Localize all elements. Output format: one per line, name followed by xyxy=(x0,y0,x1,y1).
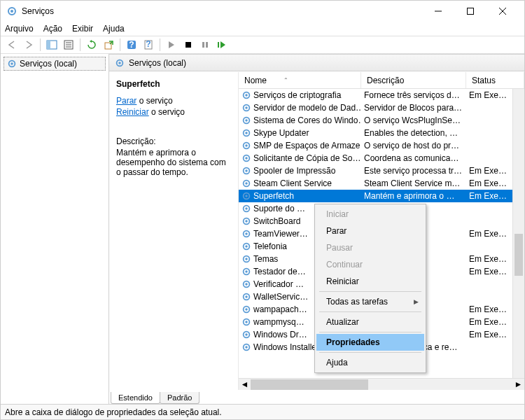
ctx-help[interactable]: Ajuda xyxy=(316,354,424,371)
service-gear-icon xyxy=(241,90,251,100)
restart-link[interactable]: Reiniciar xyxy=(116,107,149,117)
detail-title: Superfetch xyxy=(116,79,231,89)
scroll-right-icon[interactable]: ► xyxy=(512,379,524,390)
service-row[interactable]: Solicitante de Cópia de So…Coordena as c… xyxy=(239,152,524,164)
pause-service-button[interactable] xyxy=(197,37,214,52)
start-service-button[interactable] xyxy=(163,37,180,52)
ctx-separator xyxy=(319,352,421,353)
scrollbar-thumb[interactable] xyxy=(514,234,523,276)
ctx-continue[interactable]: Continuar xyxy=(316,256,424,273)
svg-point-50 xyxy=(245,245,248,248)
service-gear-icon xyxy=(241,267,251,276)
detail-pane: Superfetch Parar o serviço Reiniciar o s… xyxy=(109,72,239,390)
minimize-button[interactable] xyxy=(422,1,454,22)
detail-restart-line: Reiniciar o serviço xyxy=(116,107,231,117)
ctx-refresh[interactable]: Atualizar xyxy=(316,314,424,330)
services-icon xyxy=(7,59,17,69)
horizontal-scrollbar[interactable]: ◄ ► xyxy=(239,378,524,390)
column-status[interactable]: Status xyxy=(466,72,524,88)
svg-point-24 xyxy=(118,62,121,64)
list-header: Nome⌃ Descrição Status xyxy=(239,72,524,89)
service-row[interactable]: Steam Client ServiceSteam Client Service… xyxy=(239,177,524,190)
help-button[interactable]: ? xyxy=(123,37,140,52)
refresh-button[interactable] xyxy=(83,37,100,52)
help-topics-button[interactable]: ? xyxy=(140,37,157,52)
menu-help[interactable]: Ajuda xyxy=(103,24,125,34)
ctx-separator xyxy=(319,312,421,312)
service-gear-icon xyxy=(241,103,251,113)
main-body: Serviços (local) Serviços (local) Superf… xyxy=(1,54,524,404)
restart-service-button[interactable] xyxy=(214,37,230,52)
detail-desc-text: Mantém e aprimora o desempenho do sistem… xyxy=(116,148,231,177)
ctx-pause[interactable]: Pausar xyxy=(316,239,424,256)
service-gear-icon xyxy=(241,141,251,150)
service-row[interactable]: Servidor de modelo de Dad…Servidor de Bl… xyxy=(239,102,524,114)
service-name-cell: SMP de Espaços de Armaze… xyxy=(239,141,361,150)
svg-point-1 xyxy=(10,10,13,13)
toolbar-separator xyxy=(160,38,160,51)
service-name-cell: Skype Updater xyxy=(239,128,361,138)
stop-service-button[interactable] xyxy=(180,37,197,52)
svg-point-32 xyxy=(245,132,248,134)
service-row[interactable]: SMP de Espaços de Armaze…O serviço de ho… xyxy=(239,139,524,152)
tree-pane: Serviços (local) xyxy=(1,54,109,404)
service-row[interactable]: Spooler de ImpressãoEste serviço process… xyxy=(239,164,524,177)
svg-point-66 xyxy=(245,346,248,349)
svg-rect-18 xyxy=(202,42,204,48)
vertical-scrollbar[interactable] xyxy=(512,89,524,378)
show-hide-pane-button[interactable] xyxy=(43,37,60,52)
tree-root-services[interactable]: Serviços (local) xyxy=(4,57,106,71)
svg-point-64 xyxy=(245,333,248,336)
forward-button[interactable] xyxy=(20,37,37,52)
svg-point-36 xyxy=(245,157,248,160)
svg-rect-3 xyxy=(468,8,474,15)
service-row[interactable]: SuperfetchMantém e aprimora o …Em Exe… xyxy=(239,190,524,202)
toolbar-separator xyxy=(40,38,41,51)
back-button[interactable] xyxy=(4,37,20,52)
scrollbar-thumb[interactable] xyxy=(251,379,368,390)
service-name-cell: Solicitante de Cópia de So… xyxy=(239,153,361,163)
svg-point-22 xyxy=(10,62,13,65)
pane-header-label: Serviços (local) xyxy=(129,58,186,68)
column-name[interactable]: Nome⌃ xyxy=(239,72,361,88)
service-gear-icon xyxy=(241,178,251,188)
properties-button[interactable] xyxy=(60,37,77,52)
tab-extended[interactable]: Estendido xyxy=(111,392,160,404)
menu-action[interactable]: Ação xyxy=(43,24,62,34)
menu-file[interactable]: Arquivo xyxy=(5,24,34,34)
service-gear-icon xyxy=(241,204,251,214)
service-row[interactable]: Sistema de Cores do Windo…O serviço WcsP… xyxy=(239,114,524,127)
service-row[interactable]: Skype UpdaterEnables the detection, … xyxy=(239,127,524,139)
menubar: Arquivo Ação Exibir Ajuda xyxy=(1,22,524,36)
column-description[interactable]: Descrição xyxy=(361,72,466,88)
svg-point-54 xyxy=(245,270,248,273)
statusbar-text: Abre a caixa de diálogo de propriedades … xyxy=(5,407,222,417)
svg-rect-17 xyxy=(186,42,191,48)
tab-standard[interactable]: Padrão xyxy=(160,392,200,404)
ctx-all-tasks[interactable]: Todas as tarefas▶ xyxy=(316,293,424,310)
service-row[interactable]: Serviços de criptografiaFornece três ser… xyxy=(239,89,524,102)
close-button[interactable] xyxy=(486,1,519,22)
ctx-separator xyxy=(319,332,421,332)
stop-suffix: o serviço xyxy=(136,96,172,106)
menu-view[interactable]: Exibir xyxy=(72,24,93,34)
ctx-restart[interactable]: Reiniciar xyxy=(316,273,424,290)
svg-point-62 xyxy=(245,321,248,323)
scroll-left-icon[interactable]: ◄ xyxy=(239,379,251,390)
services-icon xyxy=(6,6,18,17)
ctx-start[interactable]: Iniciar xyxy=(316,206,424,223)
export-button[interactable] xyxy=(100,37,117,52)
service-gear-icon xyxy=(241,166,251,176)
service-desc-cell: Enables the detection, … xyxy=(361,128,466,138)
svg-rect-19 xyxy=(206,42,208,48)
toolbar-separator xyxy=(80,38,80,51)
scroll-track[interactable] xyxy=(251,379,512,390)
stop-link[interactable]: Parar xyxy=(116,96,136,106)
maximize-button[interactable] xyxy=(454,1,486,22)
ctx-separator xyxy=(319,291,421,292)
ctx-properties[interactable]: Propriedades xyxy=(316,334,424,351)
restart-suffix: o serviço xyxy=(149,107,185,117)
svg-point-44 xyxy=(245,207,248,210)
ctx-stop[interactable]: Parar xyxy=(316,223,424,239)
svg-point-40 xyxy=(245,182,248,185)
